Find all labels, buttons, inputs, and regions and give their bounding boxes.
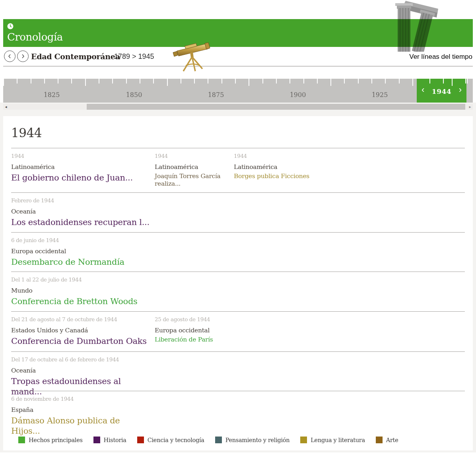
telescope-image <box>170 39 214 73</box>
scrollbar-right-arrow[interactable]: ▸ <box>467 104 473 110</box>
event-region: Oceanía <box>11 367 150 374</box>
greek-columns-image <box>390 0 439 52</box>
clock-icon <box>7 23 14 29</box>
legend-swatch <box>18 437 25 443</box>
event-card[interactable]: 1944 Latinoamérica El gobierno chileno d… <box>11 153 150 183</box>
event-title[interactable]: El gobierno chileno de Juan... <box>11 173 150 183</box>
page-title: Cronología <box>7 31 63 43</box>
event-title[interactable]: Desembarco de Normandía <box>11 257 150 267</box>
ruler-major-ticks <box>3 79 473 86</box>
event-row: Del 1 al 22 de julio de 1944 Mundo Confe… <box>11 272 465 311</box>
event-row: Del 21 de agosto al 7 de octubre de 1944… <box>11 311 465 351</box>
timeline-scrollbar[interactable]: ◂ ▸ <box>3 104 473 110</box>
event-card[interactable]: 6 de junio de 1944 Europa occidental Des… <box>11 237 150 267</box>
chevron-right-icon <box>21 54 25 58</box>
legend-label: Ciencia y tecnología <box>148 437 204 443</box>
event-title[interactable]: Borges publica Ficciones <box>234 173 317 180</box>
event-card[interactable]: 6 de noviembre de 1944 España Dámaso Alo… <box>11 396 150 437</box>
selected-box-ticks <box>417 79 466 83</box>
event-card[interactable]: Del 21 de agosto al 7 de octubre de 1944… <box>11 316 150 346</box>
event-card[interactable]: 1944 Latinoamérica Borges publica Ficcio… <box>234 153 317 180</box>
event-title[interactable]: Los estadonidenses recuperan l... <box>11 217 150 227</box>
event-card[interactable]: 25 de agosto de 1944 Europa occidental L… <box>155 316 228 343</box>
event-rows: 1944 Latinoamérica El gobierno chileno d… <box>11 148 465 439</box>
scrollbar-left-arrow[interactable]: ◂ <box>3 104 9 110</box>
event-title[interactable]: Conferencia de Bretton Woods <box>11 296 150 307</box>
event-region: Europa occidental <box>11 248 150 255</box>
year-next-button[interactable]: › <box>459 85 462 94</box>
legend-swatch <box>300 437 307 443</box>
event-title[interactable]: Conferencia de Dumbarton Oaks <box>11 336 150 346</box>
legend-label: Arte <box>386 437 398 443</box>
event-title[interactable]: Joaquín Torres García realiza... <box>155 173 228 188</box>
event-date: 1944 <box>11 153 150 159</box>
next-era-button[interactable] <box>17 50 29 62</box>
event-region: España <box>11 406 150 413</box>
legend-item: Arte <box>376 437 398 443</box>
event-card[interactable]: 1944 Latinoamérica Joaquín Torres García… <box>155 153 228 188</box>
event-date: Del 21 de agosto al 7 de octubre de 1944 <box>11 316 150 322</box>
event-row: 1944 Latinoamérica El gobierno chileno d… <box>11 148 465 192</box>
ruler-year-label: 1825 <box>44 91 60 99</box>
legend-item: Ciencia y tecnología <box>137 437 204 443</box>
view-timelines-link[interactable]: Ver líneas del tiempo <box>409 53 472 61</box>
events-panel: 1944 1944 Latinoamérica El gobierno chil… <box>3 116 473 450</box>
event-date: Del 1 al 22 de julio de 1944 <box>11 276 150 283</box>
ruler-year-label: 1925 <box>372 91 388 99</box>
event-region: Latinoamérica <box>11 163 150 171</box>
event-row: Febrero de 1944 Oceanía Los estadonidens… <box>11 192 465 232</box>
legend-item: Hechos principales <box>18 437 83 443</box>
event-row: 6 de noviembre de 1944 España Dámaso Alo… <box>11 391 465 439</box>
event-date: 6 de noviembre de 1944 <box>11 396 150 402</box>
legend-label: Lengua y literatura <box>311 437 365 443</box>
legend-label: Pensamiento y religión <box>225 437 290 443</box>
event-card[interactable]: Del 1 al 22 de julio de 1944 Mundo Confe… <box>11 276 150 307</box>
event-card[interactable]: Febrero de 1944 Oceanía Los estadonidens… <box>11 197 150 227</box>
legend-item: Pensamiento y religión <box>215 437 290 443</box>
year-heading: 1944 <box>11 126 42 140</box>
event-region: Estados Unidos y Canadá <box>11 327 150 334</box>
legend-item: Lengua y literatura <box>300 437 365 443</box>
event-region: Europa occidental <box>155 327 228 334</box>
legend-swatch <box>376 437 383 443</box>
ruler-year-label: 1850 <box>126 91 142 99</box>
cronologia-page: Cronología Edad Contemporánea 1789 > 194… <box>0 0 476 456</box>
event-region: Oceanía <box>11 208 150 215</box>
nav-divider <box>3 66 473 66</box>
ruler-minor-ticks <box>3 79 473 83</box>
scrollbar-thumb[interactable] <box>87 104 465 110</box>
ruler-year-label: 1900 <box>290 91 306 99</box>
legend-swatch <box>215 437 222 443</box>
legend-label: Hechos principales <box>29 437 83 443</box>
event-date: Del 17 de octubre al 6 de febrero de 194… <box>11 356 150 363</box>
event-region: Latinoamérica <box>155 163 228 171</box>
ruler-year-label: 1875 <box>208 91 224 99</box>
era-nav: Edad Contemporánea 1789 > 1945 Ver línea… <box>3 47 473 66</box>
event-row: 6 de junio de 1944 Europa occidental Des… <box>11 232 465 272</box>
event-row: Del 17 de octubre al 6 de febrero de 194… <box>11 351 465 391</box>
legend-swatch <box>137 437 144 443</box>
event-title[interactable]: Liberación de París <box>155 336 228 343</box>
category-legend: Hechos principales Historia Ciencia y te… <box>18 437 398 443</box>
chevron-left-icon <box>8 54 12 58</box>
era-title: Edad Contemporánea <box>31 52 120 61</box>
prev-era-button[interactable] <box>4 50 16 62</box>
legend-swatch <box>93 437 100 443</box>
legend-label: Historia <box>104 437 126 443</box>
selected-year-box[interactable]: ‹ 1944 › <box>417 79 466 103</box>
event-date: 1944 <box>234 153 317 159</box>
event-title[interactable]: Dámaso Alonso publica de Hijos... <box>11 415 150 437</box>
event-date: 6 de junio de 1944 <box>11 237 150 243</box>
era-year-range: 1789 > 1945 <box>114 52 154 61</box>
event-date: 1944 <box>155 153 228 159</box>
event-region: Mundo <box>11 287 150 294</box>
timeline-ruler[interactable]: 1825 1850 1875 1900 1925 ‹ 1944 › <box>3 79 473 103</box>
event-date: Febrero de 1944 <box>11 197 150 204</box>
event-date: 25 de agosto de 1944 <box>155 316 228 322</box>
legend-item: Historia <box>93 437 126 443</box>
event-region: Latinoamérica <box>234 163 317 171</box>
